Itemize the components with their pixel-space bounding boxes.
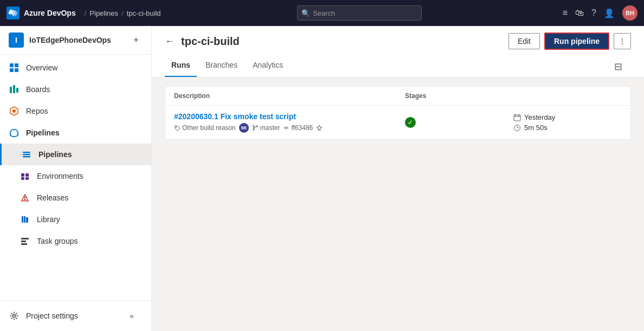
back-button[interactable]: ← bbox=[165, 36, 175, 47]
clock-icon bbox=[513, 124, 521, 132]
help-icon-btn[interactable]: ? bbox=[591, 8, 596, 18]
table-row: #20200630.1 Fix smoke test script Other … bbox=[165, 106, 630, 139]
col-header-stages: Stages bbox=[405, 92, 513, 100]
svg-rect-30 bbox=[515, 114, 516, 116]
tab-runs[interactable]: Runs bbox=[165, 56, 197, 77]
breadcrumb-pipelines[interactable]: Pipelines bbox=[89, 9, 118, 17]
commit-label: ff63486 bbox=[291, 124, 313, 132]
commit-tag: ff63486 bbox=[283, 124, 313, 132]
content-area: ← tpc-ci-build Edit Run pipeline ⋮ Runs … bbox=[152, 26, 644, 331]
app-logo[interactable]: Azure DevOps bbox=[7, 7, 76, 20]
sidebar-item-environments[interactable]: Environments bbox=[0, 165, 151, 187]
sidebar-item-label-taskgroups: Task groups bbox=[37, 237, 78, 245]
breadcrumb-sep: / bbox=[85, 9, 87, 17]
sidebar-nav: Overview Boards bbox=[0, 55, 151, 300]
filter-button[interactable]: ⊟ bbox=[614, 61, 622, 73]
branch-tag: master bbox=[252, 124, 280, 132]
sidebar-item-label-environments: Environments bbox=[37, 172, 83, 180]
sidebar-item-repos[interactable]: Repos bbox=[0, 100, 151, 122]
calendar-icon bbox=[513, 114, 521, 121]
collapse-sidebar-btn[interactable]: « bbox=[121, 307, 143, 324]
runs-table: Description Stages #20200630.1 Fix smoke… bbox=[165, 86, 631, 140]
releases-icon bbox=[20, 192, 30, 203]
col-header-empty bbox=[513, 92, 622, 100]
svg-point-24 bbox=[176, 127, 177, 128]
svg-rect-8 bbox=[23, 152, 30, 153]
sidebar-item-label-library: Library bbox=[37, 215, 60, 224]
sidebar-item-pipelines-header[interactable]: Pipelines bbox=[0, 122, 151, 144]
title-row: ← tpc-ci-build Edit Run pipeline ⋮ bbox=[165, 33, 631, 50]
sidebar: I IoTEdgePhoneDevOps + Overview bbox=[0, 26, 152, 331]
svg-rect-16 bbox=[24, 197, 25, 198]
pipelines-icon bbox=[21, 149, 32, 160]
sidebar-bottom: Project settings « bbox=[0, 300, 151, 331]
sidebar-item-label-pipelines-header: Pipelines bbox=[26, 128, 59, 137]
svg-point-23 bbox=[13, 315, 16, 317]
svg-rect-3 bbox=[15, 68, 18, 72]
status-success-icon: ✓ bbox=[405, 117, 416, 128]
edit-button[interactable]: Edit bbox=[508, 33, 540, 49]
user-icon: 👤 bbox=[604, 8, 615, 18]
run-pipeline-button[interactable]: Run pipeline bbox=[544, 33, 609, 50]
commit-icon bbox=[283, 125, 289, 131]
menu-icon-btn[interactable]: ≡ bbox=[563, 8, 568, 18]
pipelines-section-icon bbox=[9, 127, 20, 138]
branch-label: master bbox=[260, 124, 280, 132]
branch-icon bbox=[252, 125, 259, 131]
svg-rect-21 bbox=[21, 241, 26, 242]
svg-rect-10 bbox=[23, 156, 30, 158]
tab-branches[interactable]: Branches bbox=[199, 56, 244, 77]
run-duration-row: 5m 50s bbox=[513, 124, 622, 132]
svg-rect-6 bbox=[16, 88, 18, 93]
search-input[interactable] bbox=[297, 5, 422, 21]
svg-point-25 bbox=[253, 126, 254, 127]
topbar: Azure DevOps / Pipelines / tpc-ci-build … bbox=[0, 0, 644, 26]
logo-icon bbox=[7, 7, 20, 20]
header-actions: Edit Run pipeline ⋮ bbox=[508, 33, 631, 50]
col-header-description: Description bbox=[174, 92, 405, 100]
library-icon bbox=[20, 214, 30, 225]
run-meta: Other build reason MI master bbox=[174, 123, 405, 133]
sidebar-item-releases[interactable]: Releases bbox=[0, 187, 151, 209]
run-time: Yesterday 5m 50s bbox=[513, 113, 622, 132]
store-icon-btn[interactable]: 🛍 bbox=[575, 8, 584, 18]
pin-icon bbox=[316, 125, 323, 131]
add-project-btn[interactable]: + bbox=[130, 34, 143, 47]
sidebar-item-settings[interactable]: Project settings « bbox=[0, 303, 151, 329]
user-settings-icon-btn[interactable]: 👤 bbox=[604, 8, 615, 18]
bag-icon: 🛍 bbox=[575, 8, 584, 18]
run-status: ✓ bbox=[405, 117, 513, 128]
sidebar-item-label-boards: Boards bbox=[26, 85, 50, 94]
sidebar-item-overview[interactable]: Overview bbox=[0, 57, 151, 79]
page-title: tpc-ci-build bbox=[181, 35, 502, 48]
content-body: Description Stages #20200630.1 Fix smoke… bbox=[152, 77, 644, 331]
sidebar-item-boards[interactable]: Boards bbox=[0, 79, 151, 100]
sidebar-item-library[interactable]: Library bbox=[0, 209, 151, 230]
svg-point-27 bbox=[256, 126, 257, 127]
tab-analytics[interactable]: Analytics bbox=[246, 56, 289, 77]
more-options-button[interactable]: ⋮ bbox=[614, 33, 631, 49]
filter-icon: ⊟ bbox=[614, 61, 622, 72]
sidebar-item-taskgroups[interactable]: Task groups bbox=[0, 230, 151, 252]
environments-icon bbox=[20, 171, 30, 181]
app-title: Azure DevOps bbox=[24, 9, 76, 17]
breadcrumb-sep2: / bbox=[121, 9, 124, 17]
sidebar-item-label-settings: Project settings bbox=[26, 311, 78, 320]
svg-rect-12 bbox=[25, 173, 29, 177]
svg-rect-29 bbox=[514, 115, 520, 121]
boards-icon bbox=[9, 84, 20, 95]
avatar[interactable]: BH bbox=[622, 5, 637, 21]
run-title[interactable]: #20200630.1 Fix smoke test script bbox=[174, 112, 405, 121]
project-icon: I bbox=[9, 33, 24, 48]
sidebar-project: I IoTEdgePhoneDevOps + bbox=[0, 26, 151, 55]
content-header: ← tpc-ci-build Edit Run pipeline ⋮ Runs … bbox=[152, 26, 644, 77]
overview-icon bbox=[9, 62, 20, 73]
svg-rect-18 bbox=[24, 216, 25, 223]
repos-icon bbox=[9, 106, 20, 116]
svg-rect-4 bbox=[10, 87, 12, 93]
sidebar-item-pipelines[interactable]: Pipelines bbox=[0, 144, 151, 165]
svg-point-7 bbox=[12, 109, 16, 113]
topbar-actions: ≡ 🛍 ? 👤 BH bbox=[563, 5, 637, 21]
search-container: 🔍 bbox=[297, 5, 422, 21]
breadcrumb-build[interactable]: tpc-ci-build bbox=[127, 9, 161, 17]
